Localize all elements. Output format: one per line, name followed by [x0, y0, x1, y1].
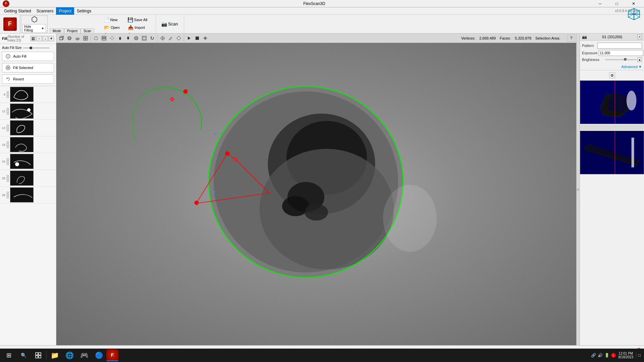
list-item[interactable]: 25	[0, 170, 56, 187]
circle-dots-btn[interactable]	[175, 35, 182, 42]
camera-expand-icon[interactable]: ≡	[637, 35, 642, 39]
arrow-up-btn[interactable]	[116, 35, 124, 42]
slider-thumb[interactable]	[30, 47, 32, 49]
list-item[interactable]: 26	[0, 187, 56, 203]
taskbar-edge[interactable]: 🌐	[62, 349, 77, 361]
thumb-ctrl-1[interactable]	[7, 175, 9, 177]
list-item[interactable]: 24	[0, 153, 56, 170]
network-icon[interactable]: 🔗	[591, 353, 596, 358]
thumb-ctrl-2[interactable]	[7, 177, 9, 179]
menu-project[interactable]: Project	[56, 7, 74, 15]
view-cube-btn[interactable]	[58, 35, 65, 42]
list-item[interactable]: 13	[0, 120, 56, 136]
new-button[interactable]: 📄 New	[102, 16, 125, 23]
exposure-input[interactable]	[599, 50, 643, 56]
view-torus-btn[interactable]	[74, 35, 81, 42]
revert-button[interactable]: Revert	[2, 74, 54, 84]
scan-button[interactable]: 📷 Scan	[157, 20, 182, 28]
save-all-button[interactable]: 💾 Save All	[125, 16, 150, 23]
taskbar-chrome[interactable]: 🔵	[92, 349, 106, 361]
taskbar-game[interactable]: 🎮	[77, 349, 92, 361]
menu-settings[interactable]: Settings	[74, 7, 94, 15]
thumb-ctrl-2[interactable]	[7, 110, 9, 112]
arrow-down-btn[interactable]	[124, 35, 132, 42]
thumb-ctrl-2[interactable]	[7, 94, 9, 96]
thumb-ctrl-2[interactable]	[7, 161, 9, 163]
sort-asc-icon[interactable]: ↑	[37, 36, 42, 41]
ring-btn[interactable]	[132, 35, 140, 42]
notification-badge[interactable]: 1	[611, 353, 616, 358]
target-btn[interactable]	[159, 35, 166, 42]
thumb-ctrl-3[interactable]	[7, 180, 9, 182]
mode-tab[interactable]: Mode	[50, 28, 64, 33]
thumb-ctrl-3[interactable]	[7, 146, 9, 148]
svg-rect-49	[196, 37, 199, 40]
start-button[interactable]: ⊞	[1, 349, 16, 361]
close-button[interactable]: ✕	[626, 0, 641, 7]
thumb-ctrl-3[interactable]	[7, 196, 9, 198]
advanced-button[interactable]: Advanced ▼	[580, 64, 644, 69]
list-item[interactable]: 12	[0, 103, 56, 120]
list-item[interactable]: 9	[0, 86, 56, 103]
add-icon[interactable]: +	[49, 36, 54, 41]
thumb-ctrl-2[interactable]	[7, 127, 9, 129]
hole-filling-dropdown[interactable]: Hole Filling ▼	[22, 24, 46, 33]
view-grid-btn[interactable]	[82, 35, 89, 42]
thumb-ctrl-1[interactable]	[7, 192, 9, 194]
taskbar-flexscan[interactable]: F	[106, 349, 118, 361]
show-desktop-btn[interactable]: □	[636, 353, 641, 358]
scan-background	[56, 43, 576, 345]
fill-selected-button[interactable]: Fill Selected	[2, 63, 54, 72]
pen-btn[interactable]	[167, 35, 174, 42]
import-button[interactable]: 📥 Import	[126, 24, 149, 31]
viewport[interactable]: Vertices: 2,669,489 Faces: 5,320,878 Sel…	[56, 34, 576, 345]
open-button[interactable]: 📂 Open	[102, 24, 125, 31]
thumb-ctrl-1[interactable]	[7, 158, 9, 160]
help-btn[interactable]: ?	[568, 35, 575, 42]
cam-settings-icon[interactable]: ⚙	[609, 72, 615, 78]
rotate-left-btn[interactable]	[149, 35, 156, 42]
battery-icon[interactable]: 🔋	[604, 353, 610, 358]
view-sphere-btn[interactable]	[66, 35, 73, 42]
thumb-ctrl-1[interactable]	[7, 125, 9, 127]
minimize-button[interactable]: ─	[592, 0, 608, 7]
sort-desc-icon[interactable]: ↓	[43, 36, 48, 41]
list-item[interactable]: 19	[0, 136, 56, 153]
lasso-btn[interactable]	[92, 35, 100, 42]
move-btn[interactable]	[108, 35, 116, 42]
app-icon-button[interactable]: F	[3, 17, 17, 31]
scan-tab[interactable]: Scan	[80, 28, 94, 33]
view-icon[interactable]: 🖼	[31, 36, 36, 41]
right-panel-collapse[interactable]: ≡	[576, 34, 580, 345]
project-tab[interactable]: Project	[64, 28, 80, 33]
play-btn[interactable]	[185, 35, 193, 42]
menu-scanners[interactable]: Scanners	[34, 7, 56, 15]
search-button[interactable]: 🔍	[16, 349, 31, 361]
thumb-ctrl-3[interactable]	[7, 163, 9, 165]
thumb-ctrl-3[interactable]	[7, 129, 9, 131]
thumb-ctrl-1[interactable]	[7, 141, 9, 143]
thumb-ctrl-2[interactable]	[7, 194, 9, 196]
thumb-ctrl-1[interactable]	[7, 108, 9, 110]
volume-icon[interactable]: 🔊	[598, 353, 603, 358]
task-view-button[interactable]	[31, 349, 46, 361]
thumb-ctrl-3[interactable]	[7, 96, 9, 98]
thumb-ctrl-3[interactable]	[7, 113, 9, 115]
table-btn[interactable]	[100, 35, 108, 42]
brightness-slider[interactable]	[605, 59, 637, 60]
pattern-input[interactable]	[597, 43, 642, 49]
camera-controls: Pattern Exposure Brightness ▲	[580, 41, 644, 64]
auto-fill-size-slider[interactable]	[23, 47, 50, 49]
maximize-button[interactable]: □	[609, 0, 625, 7]
frame-btn[interactable]	[141, 35, 148, 42]
taskbar-clock[interactable]: 12:01 PM 8/18/2023	[619, 352, 634, 359]
brightness-thumb[interactable]	[624, 58, 627, 61]
brightness-up-btn[interactable]: ▲	[637, 57, 642, 62]
thumb-ctrl-2[interactable]	[7, 144, 9, 146]
thumb-ctrl-1[interactable]	[7, 91, 9, 93]
stop-btn[interactable]	[194, 35, 201, 42]
auto-fill-button[interactable]: Auto Fill	[2, 52, 54, 61]
taskbar-file-explorer[interactable]: 📁	[47, 349, 62, 361]
menu-getting-started[interactable]: Getting Started	[1, 7, 34, 15]
crosshair-btn[interactable]	[202, 35, 209, 42]
